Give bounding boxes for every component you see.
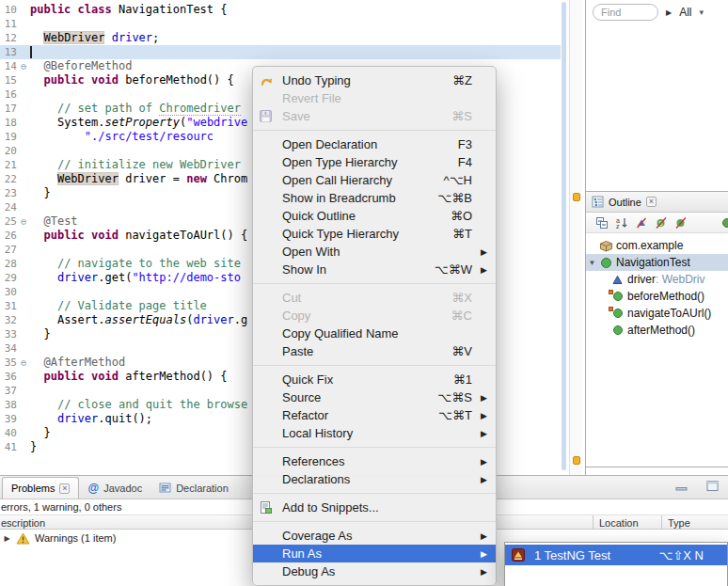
tab-declaration[interactable]: Declaration — [150, 477, 237, 499]
menu-item-label: 1 TestNG Test — [534, 548, 658, 562]
expand-arrow-icon[interactable]: ▶ — [3, 534, 11, 543]
column-header-escription[interactable]: escription — [1, 516, 45, 530]
minimize-icon[interactable] — [675, 481, 688, 491]
menu-item-debug-as[interactable]: Debug As▶ — [253, 562, 496, 580]
menu-item-1-testng-test[interactable]: 1 TestNG Test⌥⇧X N — [505, 545, 727, 565]
line-number: 41 — [0, 440, 17, 454]
outline-item-label: com.example — [614, 239, 683, 252]
code-line-11[interactable]: 11 — [0, 17, 561, 31]
fold-collapse-icon[interactable]: ⊖ — [17, 59, 30, 73]
menu-item-open-call-hierarchy[interactable]: Open Call Hierarchy^⌥H — [253, 171, 496, 189]
menu-shortcut: ^⌥H — [444, 173, 472, 187]
tree-expand-icon[interactable]: ▼ — [586, 259, 598, 267]
class-icon — [598, 257, 614, 269]
chevron-down-icon[interactable]: ▾ — [700, 8, 704, 17]
warning-marker[interactable] — [573, 456, 580, 465]
tab-javadoc[interactable]: @Javadoc — [79, 477, 150, 499]
menu-shortcut: ⌘O — [451, 209, 472, 223]
menu-separator — [253, 493, 496, 494]
hide-local-types-icon[interactable] — [720, 216, 728, 230]
text-cursor — [30, 46, 32, 58]
warning-marker[interactable] — [573, 193, 580, 201]
save-icon — [260, 110, 282, 122]
menu-item-cut[interactable]: Cut⌘X — [253, 289, 496, 307]
menu-item-run-as[interactable]: Run As▶ — [253, 545, 496, 562]
sort-icon[interactable]: az — [615, 216, 628, 230]
menu-item-label: Open Type Hierarchy — [282, 155, 458, 169]
menu-item-quick-type-hierarchy[interactable]: Quick Type Hierarchy⌘T — [253, 225, 496, 243]
menu-item-local-history[interactable]: Local History▶ — [253, 424, 496, 442]
tab-outline[interactable]: Outline — [609, 197, 641, 208]
outline-item-label: navigateToAUrl() — [625, 307, 711, 320]
testng-decorator-icon — [609, 290, 613, 294]
line-number: 10 — [0, 3, 17, 17]
find-bar: ▶ All ▾ — [593, 3, 704, 22]
maximize-icon[interactable] — [706, 481, 719, 491]
play-icon[interactable]: ▶ — [666, 8, 672, 17]
menu-item-copy-qualified-name[interactable]: Copy Qualified Name — [253, 325, 496, 342]
hide-fields-icon[interactable] — [635, 216, 648, 230]
hide-nonpublic-icon[interactable] — [674, 216, 688, 230]
menu-shortcut: ⌥⌘S — [437, 390, 472, 404]
find-all-label[interactable]: All — [679, 6, 691, 19]
menu-item-open-declaration[interactable]: Open DeclarationF3 — [253, 135, 496, 153]
menu-item-label: Cut — [282, 291, 451, 305]
menu-shortcut: ⌘1 — [453, 372, 472, 387]
column-header-location[interactable]: Location — [599, 516, 639, 530]
fold-gutter — [17, 398, 30, 412]
editor-scrollbar[interactable] — [562, 2, 566, 470]
menu-item-source[interactable]: Source⌥⌘S▶ — [253, 388, 496, 406]
outline-item-aftermethod[interactable]: afterMethod() — [586, 322, 728, 339]
close-icon[interactable]: × — [59, 483, 70, 494]
line-number: 32 — [0, 313, 17, 327]
line-number: 23 — [0, 186, 17, 200]
menu-item-label: Quick Type Hierarchy — [282, 227, 452, 241]
outline-item-driver[interactable]: driver : WebDriv — [586, 271, 728, 288]
collapse-all-icon[interactable] — [595, 216, 609, 230]
menu-item-open-with[interactable]: Open With▶ — [253, 243, 496, 261]
menu-item-paste[interactable]: Paste⌘V — [253, 342, 496, 360]
menu-item-label: Source — [282, 390, 437, 404]
menu-item-quick-fix[interactable]: Quick Fix⌘1 — [253, 371, 496, 388]
decl-icon — [159, 482, 171, 494]
menu-item-references[interactable]: References▶ — [253, 452, 496, 470]
outline-item-navigationtest[interactable]: ▼NavigationTest — [586, 254, 728, 271]
close-icon[interactable]: × — [646, 197, 657, 207]
menu-item-label: Coverage As — [282, 529, 472, 543]
menu-item-revert-file[interactable]: Revert File — [253, 89, 496, 107]
fold-collapse-icon[interactable]: ⊖ — [17, 214, 30, 229]
fold-collapse-icon[interactable]: ⊖ — [17, 356, 30, 370]
find-input[interactable] — [593, 4, 658, 21]
menu-item-add-to-snippets[interactable]: Add to Snippets... — [253, 499, 496, 516]
menu-item-copy[interactable]: Copy⌘C — [253, 307, 496, 325]
menu-item-refactor[interactable]: Refactor⌥⌘T▶ — [253, 406, 496, 424]
code-line-12[interactable]: 12 WebDriver driver; — [0, 31, 561, 45]
menu-item-open-type-hierarchy[interactable]: Open Type HierarchyF4 — [253, 153, 496, 171]
fold-gutter — [17, 370, 30, 384]
code-line-10[interactable]: 10public class NavigationTest { — [0, 3, 561, 17]
menu-item-label: Copy Qualified Name — [282, 326, 472, 341]
outline-item-beforemethod[interactable]: beforeMethod() — [586, 288, 728, 305]
menu-item-label: Add to Snippets... — [282, 500, 472, 515]
column-divider[interactable] — [593, 515, 593, 529]
tab-problems[interactable]: Problems× — [2, 477, 79, 499]
menu-item-quick-outline[interactable]: Quick Outline⌘O — [253, 207, 496, 225]
menu-item-label: Show in Breadcrumb — [282, 191, 437, 205]
fold-gutter — [17, 327, 30, 341]
outline-item-com-example[interactable]: com.example — [586, 237, 728, 254]
hide-static-icon[interactable]: S — [655, 216, 668, 230]
menu-item-label: Paste — [282, 344, 451, 358]
menu-item-coverage-as[interactable]: Coverage As▶ — [253, 527, 496, 545]
outline-item-navigatetoaurl[interactable]: navigateToAUrl() — [586, 305, 728, 322]
menu-item-declarations[interactable]: Declarations▶ — [253, 470, 496, 488]
column-divider[interactable] — [661, 515, 662, 529]
fold-gutter — [17, 412, 30, 426]
code-line-13[interactable]: 13 — [0, 45, 561, 59]
line-number: 28 — [0, 257, 17, 271]
menu-item-show-in-breadcrumb[interactable]: Show in Breadcrumb⌥⌘B — [253, 189, 496, 207]
submenu-arrow-icon: ▶ — [478, 531, 487, 541]
menu-item-show-in[interactable]: Show In⌥⌘W▶ — [253, 261, 496, 278]
menu-item-undo-typing[interactable]: Undo Typing⌘Z — [253, 71, 496, 89]
menu-item-save[interactable]: Save⌘S — [253, 107, 496, 125]
column-header-type[interactable]: Type — [668, 516, 690, 530]
